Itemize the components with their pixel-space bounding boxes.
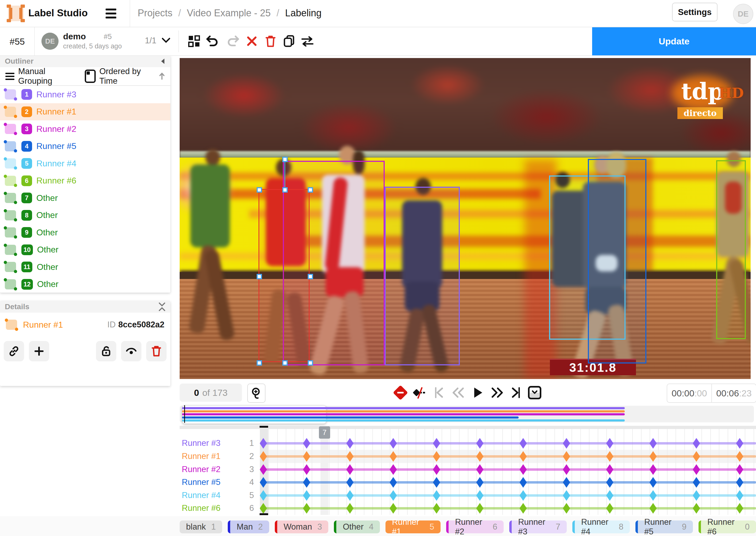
resize-handle[interactable] [257, 360, 262, 366]
track-label[interactable]: Runner #5 [182, 478, 221, 487]
rectangle-region-icon [5, 262, 16, 272]
bounding-box[interactable] [385, 187, 460, 365]
lock-region-button[interactable] [96, 341, 116, 361]
link-region-button[interactable] [4, 341, 24, 361]
bounding-box[interactable] [259, 189, 310, 362]
menu-icon[interactable] [106, 8, 116, 19]
resize-handle[interactable] [282, 360, 288, 366]
user-avatar[interactable]: DE [733, 4, 753, 24]
region-row[interactable]: 1Runner #3 [0, 86, 170, 103]
play-button[interactable] [470, 385, 486, 400]
rectangle-region-icon [5, 107, 16, 117]
video-canvas[interactable]: tdp HD directo 31:01.8 [180, 58, 751, 379]
expand-collapse-icons[interactable] [159, 302, 166, 311]
region-label: Runner #2 [36, 124, 76, 134]
region-list: 1Runner #32Runner #13Runner #24Runner #5… [0, 86, 170, 293]
next-frame-button[interactable] [490, 385, 505, 400]
label-hotkey-button[interactable]: Woman3 [275, 520, 329, 533]
region-row[interactable]: 11Other [0, 258, 170, 276]
label-hotkey-button[interactable]: Runner #37 [509, 520, 567, 533]
breadcrumb-separator: / [178, 8, 181, 19]
rectangle-region-icon [5, 210, 16, 220]
seek-playhead[interactable] [184, 405, 185, 423]
label-hotkey-button[interactable]: Runner #26 [446, 520, 504, 533]
hide-region-button[interactable] [121, 341, 142, 361]
resize-handle[interactable] [257, 187, 262, 192]
duplicate-icon[interactable] [282, 34, 296, 48]
undo-icon[interactable] [205, 34, 219, 48]
rectangle-region-icon [5, 158, 16, 169]
skip-to-start-button[interactable] [431, 385, 446, 400]
region-row[interactable]: 4Runner #5 [0, 138, 170, 155]
rectangle-region-icon [5, 124, 16, 134]
rotation-stem [284, 159, 285, 190]
keyframe-remove-button[interactable] [393, 385, 408, 400]
hotkey-label: Man [236, 522, 253, 532]
region-row[interactable]: 7Other [0, 189, 170, 207]
ordering-selector[interactable]: Ordered by Time [99, 67, 151, 86]
delete-annotation-icon[interactable] [264, 34, 277, 48]
track-label[interactable]: Runner #2 [182, 465, 221, 474]
region-row[interactable]: 5Runner #4 [0, 155, 170, 172]
timeline-options-button[interactable] [527, 385, 542, 400]
region-row[interactable]: 2Runner #1 [0, 103, 170, 120]
resize-handle[interactable] [308, 187, 313, 192]
grouping-selector[interactable]: Manual Grouping [18, 67, 72, 86]
add-relation-button[interactable] [29, 341, 49, 361]
breadcrumb: Projects/Video Example - 25/Labeling [138, 8, 322, 19]
reject-icon[interactable] [245, 34, 259, 48]
keyframe-toggle-button[interactable] [412, 385, 427, 400]
region-row[interactable]: 3Runner #2 [0, 120, 170, 138]
label-hotkey-button[interactable]: Other4 [334, 520, 380, 533]
hotkey-label: Runner #6 [707, 517, 740, 536]
hotkey-number: 1 [211, 522, 216, 532]
redo-icon[interactable] [226, 34, 240, 48]
breadcrumb-item[interactable]: Projects [138, 8, 173, 19]
collapse-panel-icon[interactable] [160, 58, 166, 64]
resize-handle[interactable] [282, 187, 288, 192]
annotator-avatar[interactable]: DE [42, 33, 58, 50]
resize-handle[interactable] [257, 274, 262, 279]
previous-frame-button[interactable] [451, 385, 466, 400]
bounding-box[interactable] [716, 160, 746, 339]
region-row[interactable]: 9Other [0, 224, 170, 241]
resize-handle[interactable] [308, 360, 313, 366]
breadcrumb-item[interactable]: Video Example - 25 [187, 8, 271, 19]
chevron-down-icon[interactable] [162, 37, 171, 43]
track-number: 1 [243, 438, 254, 448]
hover-frame-badge: 7 [319, 426, 330, 439]
hotkey-label: blank [186, 522, 206, 532]
region-row[interactable]: 10Other [0, 241, 170, 259]
keyframe-line [263, 455, 756, 458]
rectangle-region-icon [5, 141, 16, 151]
delete-region-button[interactable] [146, 341, 167, 361]
track-label[interactable]: Runner #1 [182, 452, 221, 461]
settings-button[interactable]: Settings [672, 3, 717, 21]
seek-bar[interactable] [180, 405, 754, 423]
zoom-in-button[interactable] [247, 384, 266, 403]
rotation-handle[interactable] [282, 157, 288, 162]
label-hotkey-button[interactable]: Runner #48 [572, 520, 630, 533]
region-number-badge: 6 [21, 176, 32, 186]
update-button[interactable]: Update [592, 27, 756, 55]
skip-to-end-button[interactable] [509, 385, 523, 400]
view-all-grid-icon[interactable] [187, 34, 201, 48]
track-label[interactable]: Runner #3 [182, 438, 221, 448]
region-row[interactable]: 6Runner #6 [0, 172, 170, 190]
track-label[interactable]: Runner #6 [182, 503, 221, 513]
label-hotkey-button[interactable]: Runner #59 [635, 520, 693, 533]
label-hotkey-button[interactable]: blank1 [180, 520, 222, 533]
label-hotkey-button[interactable]: Runner #15 [386, 520, 441, 533]
bounding-box[interactable] [588, 159, 646, 363]
rectangle-region-icon [5, 245, 16, 255]
resize-handle[interactable] [308, 274, 313, 279]
region-label: Other [36, 193, 58, 203]
track-label[interactable]: Runner #4 [182, 490, 221, 500]
label-hotkey-button[interactable]: Man2 [228, 520, 269, 533]
region-row[interactable]: 12Other [0, 276, 170, 293]
swap-arrows-icon[interactable] [300, 34, 314, 48]
sort-direction-up-icon[interactable] [159, 72, 165, 81]
region-row[interactable]: 8Other [0, 207, 170, 224]
playhead-tick-top [260, 426, 268, 428]
label-hotkey-button[interactable]: Runner #60 [699, 520, 756, 533]
